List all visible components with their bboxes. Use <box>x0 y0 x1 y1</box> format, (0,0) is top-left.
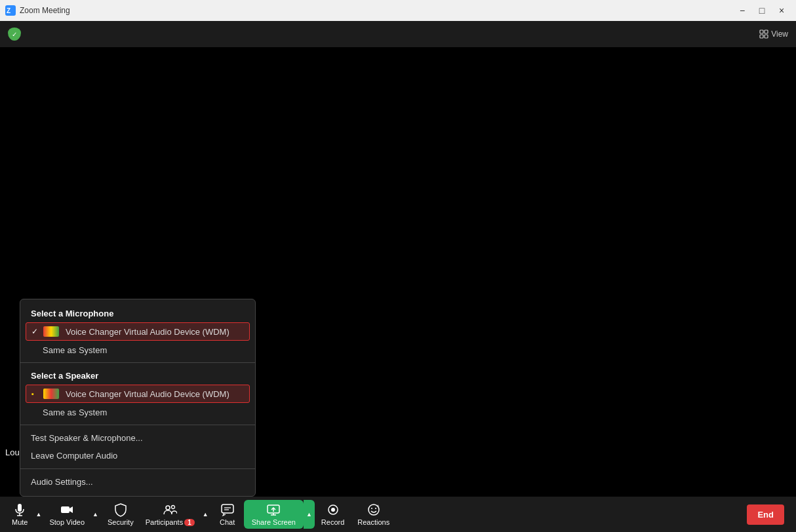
share-screen-group: Share Screen ▲ <box>244 500 315 529</box>
svg-rect-5 <box>765 35 768 38</box>
zoom-logo-icon: Z <box>5 5 16 16</box>
dropdown-separator-3 <box>20 468 255 469</box>
share-screen-icon <box>266 503 281 517</box>
view-button[interactable]: View <box>759 29 788 39</box>
reactions-icon: + <box>367 503 381 517</box>
leave-computer-audio-item[interactable]: Leave Computer Audio <box>20 447 255 465</box>
record-label: Record <box>321 518 344 526</box>
mic-same-as-system-item[interactable]: Same as System <box>20 342 255 358</box>
speaker-device-label: Voice Changer Virtual Audio Device (WDM) <box>66 389 229 399</box>
stop-video-label: Stop Video <box>49 518 85 526</box>
mute-label: Mute <box>12 518 28 526</box>
svg-text:+: + <box>376 503 380 509</box>
security-shield-icon: ✓ <box>8 28 21 41</box>
mic-selected-item[interactable]: ✓ Voice Changer Virtual Audio Device (WD… <box>26 322 250 341</box>
share-screen-label: Share Screen <box>252 518 296 526</box>
audio-dropdown-menu: Select a Microphone ✓ Voice Changer Virt… <box>20 299 256 497</box>
chat-button[interactable]: Chat <box>211 500 244 529</box>
mic-device-label: Voice Changer Virtual Audio Device (WDM) <box>66 327 229 337</box>
participants-button[interactable]: Participants 1 <box>140 500 200 529</box>
check-icon: ✓ <box>31 327 39 336</box>
speaker-device-icon <box>43 389 59 399</box>
reactions-label: Reactions <box>357 518 389 526</box>
chat-icon <box>220 503 235 517</box>
title-bar: Z Zoom Meeting − □ × <box>0 0 796 21</box>
svg-point-10 <box>166 506 170 510</box>
test-speaker-microphone-label: Test Speaker & Microphone... <box>31 433 143 443</box>
svg-rect-6 <box>18 504 22 512</box>
microphone-section-title: Select a Microphone <box>20 305 255 321</box>
security-label: Security <box>108 518 134 526</box>
video-icon <box>60 503 74 517</box>
stop-video-button[interactable]: Stop Video <box>44 500 90 529</box>
view-icon <box>759 29 768 39</box>
close-button[interactable]: × <box>772 3 791 18</box>
mute-group: Mute ▲ <box>7 500 44 529</box>
share-screen-button[interactable]: Share Screen <box>244 500 304 529</box>
chat-label: Chat <box>220 518 235 526</box>
test-speaker-microphone-item[interactable]: Test Speaker & Microphone... <box>20 429 255 447</box>
share-screen-arrow-button[interactable]: ▲ <box>304 500 315 529</box>
speaker-section-title: Select a Speaker <box>20 367 255 383</box>
toolbar: Mute ▲ Stop Video ▲ Security <box>0 497 796 532</box>
speaker-same-as-system-label: Same as System <box>43 408 107 417</box>
svg-text:Z: Z <box>7 7 10 14</box>
audio-settings-label: Audio Settings... <box>31 477 93 487</box>
record-icon <box>326 503 340 517</box>
dropdown-separator-2 <box>20 425 255 425</box>
mute-button[interactable]: Mute <box>7 500 33 529</box>
participants-count: 1 <box>184 519 195 526</box>
stop-video-group: Stop Video ▲ <box>44 500 101 529</box>
svg-rect-12 <box>222 504 233 513</box>
security-button[interactable]: Security <box>101 500 140 529</box>
svg-point-22 <box>371 508 372 509</box>
speaker-same-as-system-item[interactable]: Same as System <box>20 404 255 421</box>
stop-video-arrow-button[interactable]: ▲ <box>90 500 101 529</box>
reactions-button[interactable]: + Reactions <box>351 500 396 529</box>
maximize-button[interactable]: □ <box>753 3 771 18</box>
mic-same-as-system-label: Same as System <box>43 345 107 355</box>
leave-computer-audio-label: Leave Computer Audio <box>31 451 117 461</box>
svg-rect-3 <box>765 30 768 33</box>
zoom-topbar: ✓ View <box>0 21 796 47</box>
audio-settings-item[interactable]: Audio Settings... <box>20 473 255 491</box>
participants-arrow-button[interactable]: ▲ <box>200 500 211 529</box>
security-icon <box>113 503 128 517</box>
participants-label: Participants <box>146 518 183 526</box>
speaker-selected-item[interactable]: ▪ Voice Changer Virtual Audio Device (WD… <box>26 385 250 403</box>
svg-rect-9 <box>61 506 70 513</box>
mute-arrow-button[interactable]: ▲ <box>33 500 44 529</box>
svg-point-20 <box>331 508 335 512</box>
svg-point-11 <box>172 506 175 509</box>
mic-device-icon <box>43 326 59 337</box>
end-button[interactable]: End <box>747 504 784 525</box>
view-label: View <box>771 29 788 39</box>
minimize-button[interactable]: − <box>733 3 751 18</box>
svg-rect-2 <box>760 30 763 33</box>
participants-icon <box>163 503 177 517</box>
mute-icon <box>12 503 27 517</box>
participants-group: Participants 1 ▲ <box>140 500 211 529</box>
dropdown-separator-1 <box>20 362 255 363</box>
app-title: Zoom Meeting <box>20 6 70 15</box>
svg-rect-4 <box>760 35 763 38</box>
record-button[interactable]: Record <box>315 500 351 529</box>
